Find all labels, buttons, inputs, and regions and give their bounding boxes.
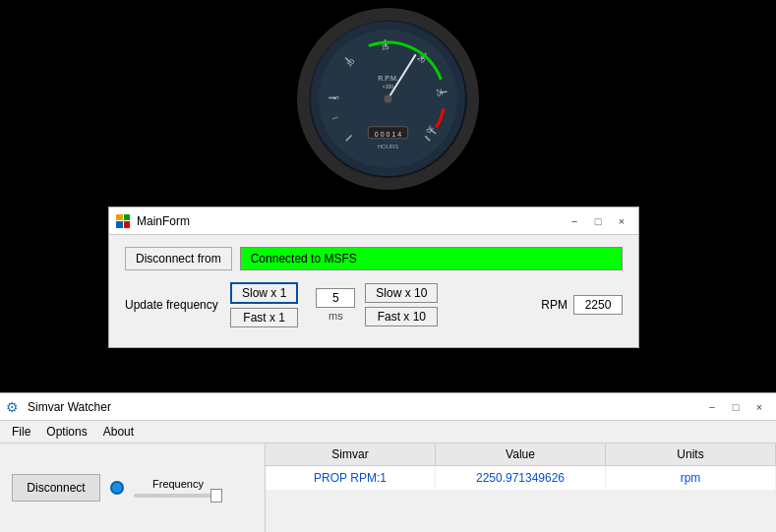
frequency-control: Frequency [134, 478, 222, 498]
frequency-slider[interactable] [134, 494, 222, 498]
main-form-title: MainForm [137, 214, 564, 228]
simvar-left-panel: Disconnect Frequency [0, 443, 266, 532]
menu-file[interactable]: File [4, 423, 38, 441]
main-form-controls: − □ × [564, 212, 632, 230]
slow-x10-button[interactable]: Slow x 10 [365, 283, 438, 303]
update-frequency-label: Update frequency [125, 298, 218, 312]
rpm-section: RPM 2250 [541, 295, 623, 315]
simvar-title: Simvar Watcher [28, 400, 701, 414]
simvar-title-icon: ⚙ [6, 399, 22, 415]
main-form-close[interactable]: × [611, 212, 632, 230]
slow-fast-col2: Slow x 10 Fast x 10 [365, 283, 438, 326]
svg-text:25: 25 [436, 88, 444, 96]
main-form-minimize[interactable]: − [564, 212, 585, 230]
svg-text:5: 5 [332, 95, 339, 99]
row-units: rpm [606, 466, 776, 490]
row-value: 2250.971349626 [436, 466, 606, 490]
col-simvar-header: Simvar [266, 443, 436, 465]
simvar-table-header: Simvar Value Units [266, 443, 776, 466]
svg-point-20 [384, 94, 391, 102]
svg-text:×100: ×100 [383, 84, 394, 89]
svg-text:0 0 0 1 4: 0 0 0 1 4 [375, 130, 401, 137]
simvar-close[interactable]: × [748, 398, 770, 416]
slow-fast-col1: Slow x 1 Fast x 1 [230, 282, 298, 327]
ms-label: ms [328, 310, 343, 322]
table-row: PROP RPM:1 2250.971349626 rpm [266, 466, 776, 490]
menu-about[interactable]: About [95, 423, 142, 441]
connection-row: Disconnect from Connected to MSFS [125, 247, 623, 270]
simvar-content: Disconnect Frequency Simvar Value Units … [0, 443, 776, 532]
frequency-slider-thumb[interactable] [210, 489, 222, 502]
slow-x1-button[interactable]: Slow x 1 [230, 282, 298, 304]
disconnect-from-button[interactable]: Disconnect from [125, 247, 232, 270]
fast-x10-button[interactable]: Fast x 10 [365, 307, 438, 326]
simvar-minimize[interactable]: − [701, 398, 723, 416]
col-value-header: Value [436, 443, 606, 465]
simvar-menubar: File Options About [0, 421, 776, 443]
update-frequency-row: Update frequency Slow x 1 Fast x 1 ms Sl… [125, 282, 623, 327]
simvar-controls: − □ × [701, 398, 770, 416]
connection-status-label: Connected to MSFS [240, 247, 623, 270]
svg-text:R.P.M.: R.P.M. [378, 75, 398, 82]
main-form-titlebar: MainForm − □ × [109, 207, 638, 235]
col-units-header: Units [606, 443, 776, 465]
simvar-disconnect-button[interactable]: Disconnect [12, 474, 100, 502]
simvar-watcher-window: ⚙ Simvar Watcher − □ × File Options Abou… [0, 392, 776, 532]
fast-x1-button[interactable]: Fast x 1 [230, 308, 298, 327]
svg-text:15: 15 [382, 43, 389, 50]
ms-box: ms [316, 288, 355, 322]
main-form-body: Disconnect from Connected to MSFS Update… [109, 235, 638, 347]
main-form-maximize[interactable]: □ [587, 212, 609, 230]
row-simvar-value: PROP RPM:1 [266, 466, 436, 490]
simvar-table: Simvar Value Units PROP RPM:1 2250.97134… [266, 443, 776, 532]
simvar-titlebar: ⚙ Simvar Watcher − □ × [0, 393, 776, 421]
rpm-gauge: R.P.M. ×100 [297, 8, 479, 190]
frequency-label: Frequency [152, 478, 204, 490]
rpm-label: RPM [541, 298, 567, 312]
simvar-maximize[interactable]: □ [725, 398, 746, 416]
rpm-value-display: 2250 [573, 295, 623, 315]
gauge-area: R.P.M. ×100 [0, 0, 776, 197]
main-form-icon [115, 213, 131, 229]
menu-options[interactable]: Options [38, 423, 94, 441]
svg-text:HOURS: HOURS [378, 143, 399, 148]
connection-indicator [110, 481, 124, 495]
main-form-window: MainForm − □ × Disconnect from Connected… [108, 207, 639, 348]
ms-input[interactable] [316, 288, 355, 308]
